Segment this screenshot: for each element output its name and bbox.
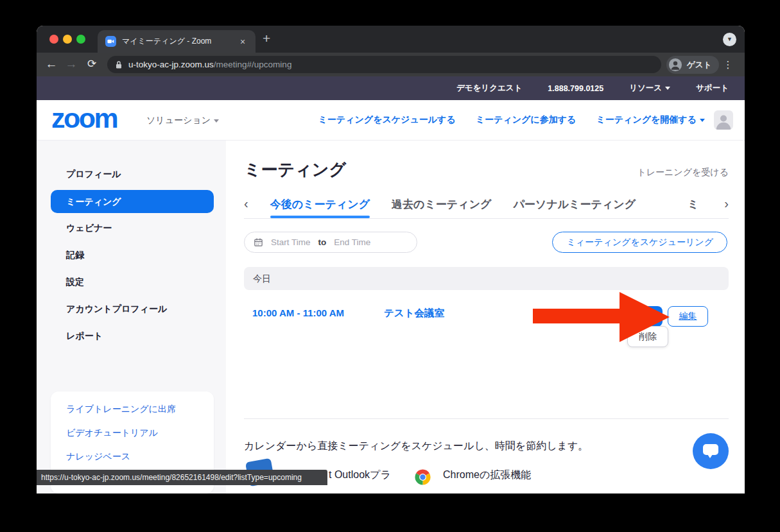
schedule-meeting-button[interactable]: ミィーティングをスケジューリング [552,232,727,253]
resources-menu[interactable]: リソース [629,83,670,94]
zoom-logo[interactable]: zoom [51,103,117,134]
knowledge-base-link[interactable]: ナレッジベース [51,445,214,468]
reload-icon[interactable]: ⟳ [84,53,100,76]
back-icon[interactable]: ← [44,53,59,76]
schedule-meeting-link[interactable]: ミーティングをスケジュールする [318,114,455,126]
end-time-placeholder[interactable]: End Time [334,237,370,247]
site-header: zoom ソリューション ミーティングをスケジュールする ミーティングに参加する… [37,100,745,141]
sidebar-item-webinars[interactable]: ウェビナー [51,216,214,239]
group-header-today: 今日 [244,267,729,290]
tab-title: マイミーティング - Zoom [122,36,232,47]
solutions-menu[interactable]: ソリューション [146,115,219,126]
sidebar-item-account-profile[interactable]: アカウントプロフィール [51,297,214,320]
url-bar[interactable]: u-tokyo-ac-jp.zoom.us/meeting#/upcoming [107,56,661,73]
sidebar-item-meetings[interactable]: ミーティング [51,190,214,213]
red-arrow-annotation [533,292,671,345]
phone-number[interactable]: 1.888.799.0125 [548,84,603,93]
join-meeting-link[interactable]: ミーティングに参加する [476,114,576,126]
chrome-extension-label[interactable]: Chromeの拡張機能 [443,468,531,482]
profile-label: ゲスト [687,60,711,71]
outlook-plugin-label[interactable]: t Outlookプラ [329,468,391,482]
status-bar-url: https://u-tokyo-ac-jp.zoom.us/meeting/82… [37,470,327,485]
site-nav: ミーティングをスケジュールする ミーティングに参加する ミーティングを開催する [318,100,705,140]
tab-personal-meetings[interactable]: パーソナルミーティング [513,193,636,218]
tabs-next-icon[interactable]: › [724,193,729,218]
date-range-picker[interactable]: Start Time to End Time [244,232,417,253]
caret-down-icon [700,119,705,122]
profile-person-icon [668,58,682,72]
sidebar-item-profile[interactable]: プロフィール [51,162,214,185]
browser-profile-chip[interactable]: ゲスト [666,56,719,74]
chrome-extension-icon [413,468,432,486]
chat-fab-button[interactable] [693,433,729,469]
support-link[interactable]: サポート [696,83,729,94]
sidebar-item-settings[interactable]: 設定 [51,270,214,293]
tab-truncated[interactable]: ミ [688,193,698,218]
sidebar-item-recordings[interactable]: 記録 [51,243,214,266]
tab-upcoming-meetings[interactable]: 今後のミーティング [270,193,370,218]
divider [244,418,729,419]
caret-down-icon [665,87,670,90]
close-window-button[interactable] [49,35,58,44]
meeting-topic-link[interactable]: テスト会議室 [384,307,444,320]
browser-window: マイミーティング - Zoom × + ▼ ← → ⟳ u-tokyo-ac-j… [37,26,745,493]
top-banner: デモをリクエスト 1.888.799.0125 リソース サポート [37,76,745,100]
tab-close-icon[interactable]: × [238,37,248,47]
browser-toolbar: ← → ⟳ u-tokyo-ac-jp.zoom.us/meeting#/upc… [37,53,745,76]
video-tutorials-link[interactable]: ビデオチュートリアル [51,421,214,445]
forward-icon: → [64,53,79,76]
lock-icon [115,60,123,69]
zoom-favicon-icon [105,36,116,47]
meeting-tabs: ‹ 今後のミーティング 過去のミーティング パーソナルミーティング ミ › [244,193,729,219]
get-training-link[interactable]: トレーニングを受ける [637,167,729,178]
chat-bubble-icon [703,444,718,455]
tab-search-icon[interactable]: ▼ [723,33,736,46]
tab-previous-meetings[interactable]: 過去のミーティング [392,193,491,218]
page-body: プロフィール ミーティング ウェビナー 記録 設定 アカウントプロフィール レポ… [37,141,745,493]
host-meeting-menu[interactable]: ミーティングを開催する [596,114,705,126]
tab-strip: マイミーティング - Zoom × + ▼ [37,26,745,53]
caret-down-icon [214,119,219,123]
zoom-window-button[interactable] [76,35,85,44]
sidebar-item-reports[interactable]: レポート [51,324,214,347]
browser-menu-icon[interactable]: ⋮ [721,53,735,76]
edit-button[interactable]: 編集 [668,306,708,327]
url-path: /meeting#/upcoming [214,60,292,69]
sidebar: プロフィール ミーティング ウェビナー 記録 設定 アカウントプロフィール レポ… [37,141,226,493]
attend-live-training-link[interactable]: ライブトレーニングに出席 [51,397,214,421]
request-demo-link[interactable]: デモをリクエスト [456,83,522,94]
calendar-icon [254,237,263,247]
calendar-promo-text: カレンダーから直接ミーティングをスケジュールし、時間を節約します。 [244,440,588,453]
to-label: to [318,237,327,247]
page-title: ミーティング [244,159,346,181]
minimize-window-button[interactable] [63,35,72,44]
meeting-time: 10:00 AM - 11:00 AM [252,307,344,318]
browser-tab[interactable]: マイミーティング - Zoom × [98,30,256,53]
tabs-prev-icon[interactable]: ‹ [244,193,248,218]
url-host: u-tokyo-ac-jp.zoom.us [128,60,214,69]
start-time-placeholder[interactable]: Start Time [271,237,311,247]
new-tab-button[interactable]: + [263,31,270,46]
user-avatar[interactable] [714,110,733,130]
